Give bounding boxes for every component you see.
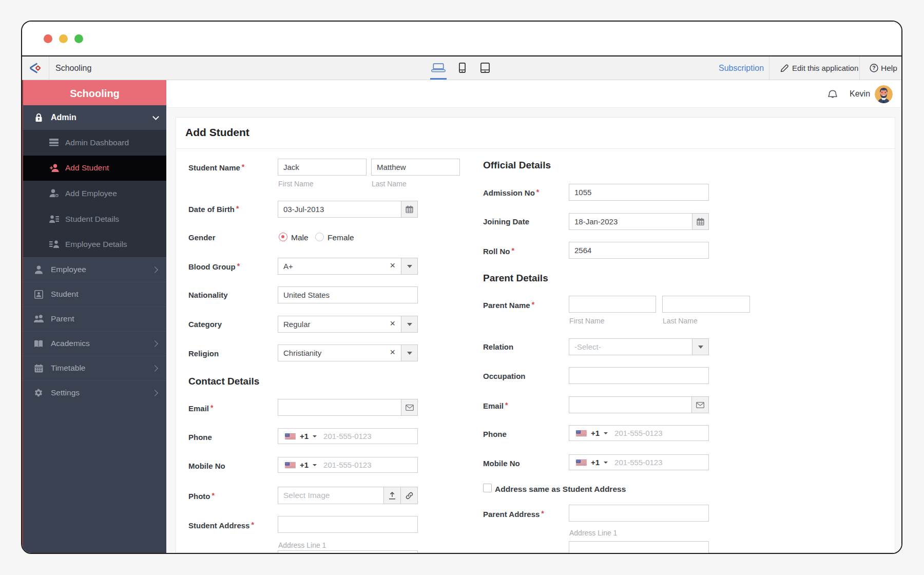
svg-text:?: ? bbox=[872, 65, 875, 71]
